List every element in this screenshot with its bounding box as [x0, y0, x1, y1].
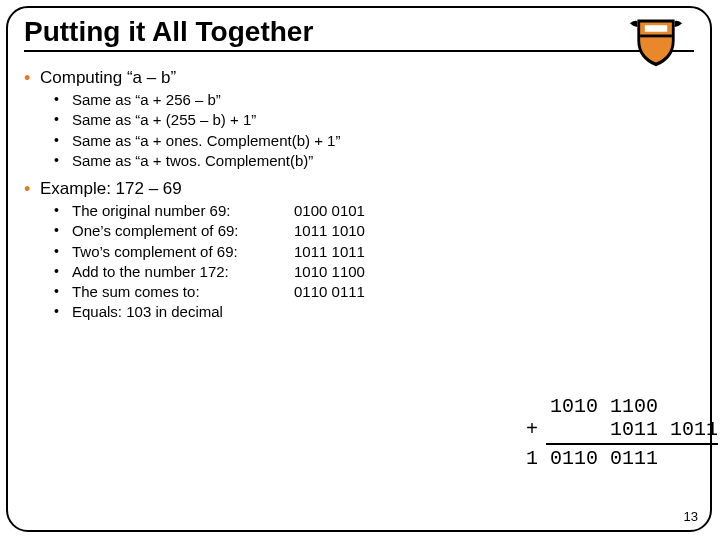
- example-row: The original number 69: 0100 0101: [54, 201, 702, 221]
- princeton-shield-icon: [628, 14, 684, 70]
- example-row: Add to the number 172: 1010 1100: [54, 262, 702, 282]
- example-label: Equals: 103 in decimal: [72, 302, 282, 322]
- example-binary: 0110 0111: [282, 282, 365, 302]
- addend-2: + 1011 1011: [526, 418, 718, 441]
- sub-item: Same as “a + twos. Complement(b)”: [54, 151, 702, 171]
- sub-item: Same as “a + 256 – b”: [54, 90, 702, 110]
- bullet-computing: Computing “a – b”: [16, 68, 702, 88]
- example-row: One’s complement of 69: 1011 1010: [54, 221, 702, 241]
- example-binary: 1010 1100: [282, 262, 365, 282]
- example-sublist: The original number 69: 0100 0101 One’s …: [16, 201, 702, 323]
- title-underline: [24, 50, 694, 52]
- example-label: One’s complement of 69:: [72, 221, 282, 241]
- example-binary: 1011 1010: [282, 221, 365, 241]
- example-label: Add to the number 172:: [72, 262, 282, 282]
- example-binary: 0100 0101: [282, 201, 365, 221]
- sum-rule: [546, 443, 718, 445]
- example-binary: 1011 1011: [282, 242, 365, 262]
- sub-item: Same as “a + (255 – b) + 1”: [54, 110, 702, 130]
- content-area: Computing “a – b” Same as “a + 256 – b” …: [8, 56, 710, 323]
- example-label: Two’s complement of 69:: [72, 242, 282, 262]
- example-row: The sum comes to: 0110 0111: [54, 282, 702, 302]
- slide-title: Putting it All Together: [24, 16, 694, 48]
- example-row: Two’s complement of 69: 1011 1011: [54, 242, 702, 262]
- bullet-example: Example: 172 – 69: [16, 179, 702, 199]
- sum-result: 1 0110 0111: [526, 447, 718, 470]
- addend-1: 1010 1100: [526, 395, 718, 418]
- svg-rect-1: [645, 25, 667, 32]
- page-number: 13: [684, 509, 698, 524]
- example-label: The sum comes to:: [72, 282, 282, 302]
- svg-rect-0: [640, 35, 672, 38]
- computing-sublist: Same as “a + 256 – b” Same as “a + (255 …: [16, 90, 702, 171]
- sub-item: Same as “a + ones. Complement(b) + 1”: [54, 131, 702, 151]
- example-label: The original number 69:: [72, 201, 282, 221]
- addition-work: 1010 1100 + 1011 1011 1 0110 0111: [526, 395, 718, 470]
- slide-frame: Putting it All Together Computing “a – b…: [6, 6, 712, 532]
- title-row: Putting it All Together: [8, 8, 710, 56]
- example-row: Equals: 103 in decimal: [54, 302, 702, 322]
